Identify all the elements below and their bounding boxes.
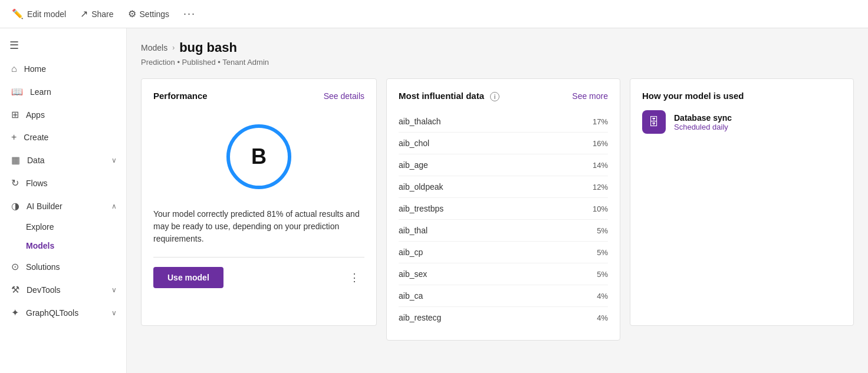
- data-pct: 12%: [593, 183, 608, 192]
- sidebar-item-label: Solutions: [26, 262, 60, 272]
- model-used-info: Database sync Scheduled daily: [674, 113, 732, 131]
- sidebar-item-label: AI Builder: [27, 202, 63, 211]
- sidebar-item-label: Data: [27, 156, 45, 165]
- list-item: aib_thal 5%: [399, 220, 608, 242]
- explore-label: Explore: [26, 222, 54, 232]
- settings-label: Settings: [140, 9, 170, 19]
- sidebar-item-apps[interactable]: ⊞ Apps: [0, 103, 126, 126]
- performance-card-footer: Use model ⋮: [153, 267, 364, 288]
- data-pct: 10%: [593, 204, 608, 213]
- use-model-button[interactable]: Use model: [153, 267, 223, 288]
- sidebar-sub-models[interactable]: Models: [0, 236, 126, 255]
- page-subtitle: Prediction • Published • Tenant Admin: [141, 58, 854, 67]
- more-options-button[interactable]: ···: [183, 8, 196, 20]
- graphql-icon: ✦: [11, 307, 19, 318]
- data-pct: 17%: [593, 117, 608, 126]
- data-name: aib_restecg: [399, 313, 441, 322]
- apps-icon: ⊞: [11, 109, 19, 120]
- list-item: aib_ca 4%: [399, 285, 608, 307]
- info-icon[interactable]: i: [490, 92, 499, 101]
- grade-value: B: [251, 144, 267, 169]
- model-used-title: How your model is used: [642, 91, 744, 101]
- sidebar-item-label: GraphQLTools: [26, 308, 78, 318]
- solutions-icon: ⊙: [11, 261, 19, 272]
- share-label: Share: [91, 9, 113, 19]
- sidebar-item-home[interactable]: ⌂ Home: [0, 58, 126, 80]
- breadcrumb-current: bug bash: [179, 40, 237, 55]
- list-item: aib_trestbps 10%: [399, 198, 608, 220]
- list-item: aib_cp 5%: [399, 242, 608, 263]
- more-options-dots-button[interactable]: ⋮: [346, 268, 364, 288]
- sidebar-item-label: Learn: [30, 87, 51, 97]
- data-pct: 5%: [597, 248, 608, 257]
- data-name: aib_ca: [399, 291, 423, 301]
- grade-circle: B: [226, 124, 291, 189]
- sidebar-item-data[interactable]: ▦ Data ∨: [0, 148, 126, 171]
- list-item: aib_age 14%: [399, 154, 608, 176]
- model-used-item-subtitle[interactable]: Scheduled daily: [674, 123, 732, 131]
- performance-card-header: Performance See details: [153, 91, 364, 101]
- sidebar-item-label: Flows: [26, 179, 48, 188]
- ai-builder-icon: ◑: [11, 200, 19, 212]
- data-pct: 16%: [593, 139, 608, 148]
- learn-icon: 📖: [11, 86, 23, 97]
- influential-card-header: Most influential data i See more: [399, 91, 608, 101]
- list-item: aib_thalach 17%: [399, 111, 608, 133]
- performance-description: Your model correctly predicted 81% of ac…: [153, 208, 364, 258]
- data-name: aib_age: [399, 160, 428, 170]
- sidebar-item-graphqltools[interactable]: ✦ GraphQLTools ∨: [0, 301, 126, 324]
- see-more-link[interactable]: See more: [572, 91, 608, 101]
- edit-label: Edit model: [27, 9, 66, 19]
- breadcrumb-parent[interactable]: Models: [141, 43, 167, 52]
- sidebar-item-ai-builder[interactable]: ◑ AI Builder ∧: [0, 194, 126, 217]
- influential-data-list: aib_thalach 17% aib_chol 16% aib_age 14%…: [399, 111, 608, 328]
- data-pct: 5%: [597, 270, 608, 279]
- devtools-icon: ⚒: [11, 284, 19, 295]
- share-button[interactable]: ↗ Share: [80, 8, 113, 19]
- see-details-link[interactable]: See details: [324, 91, 364, 101]
- sidebar-item-learn[interactable]: 📖 Learn: [0, 80, 126, 103]
- content-area: Models › bug bash Prediction • Published…: [127, 28, 868, 373]
- sidebar-item-create[interactable]: + Create: [0, 126, 126, 148]
- main-layout: ☰ ⌂ Home 📖 Learn ⊞ Apps + Create ▦ Data …: [0, 28, 868, 373]
- list-item: aib_restecg 4%: [399, 307, 608, 328]
- data-name: aib_thal: [399, 226, 428, 235]
- chevron-up-icon: ∧: [111, 202, 117, 210]
- model-used-card-header: How your model is used: [642, 91, 841, 101]
- grade-container: B: [153, 110, 364, 203]
- list-item: aib_chol 16%: [399, 133, 608, 154]
- chevron-down-icon: ∨: [111, 286, 117, 294]
- data-name: aib_trestbps: [399, 204, 443, 213]
- sidebar-item-label: Create: [24, 133, 48, 142]
- list-item: aib_oldpeak 12%: [399, 176, 608, 198]
- breadcrumb: Models › bug bash: [141, 40, 854, 55]
- performance-card: Performance See details B Your model cor…: [141, 78, 377, 326]
- database-sync-icon: 🗄: [642, 110, 666, 134]
- sidebar-item-flows[interactable]: ↻ Flows: [0, 171, 126, 194]
- influential-card: Most influential data i See more aib_tha…: [386, 78, 620, 341]
- data-icon: ▦: [11, 154, 20, 166]
- breadcrumb-separator: ›: [172, 44, 175, 52]
- data-name: aib_oldpeak: [399, 182, 443, 192]
- data-pct: 5%: [597, 226, 608, 235]
- edit-model-button[interactable]: ✏️ Edit model: [12, 8, 66, 19]
- sidebar-item-label: Apps: [26, 110, 45, 120]
- data-name: aib_cp: [399, 247, 423, 257]
- share-icon: ↗: [80, 8, 88, 19]
- influential-title: Most influential data i: [399, 91, 499, 101]
- data-pct: 4%: [597, 313, 608, 322]
- settings-icon: ⚙: [128, 8, 136, 19]
- chevron-down-icon: ∨: [111, 156, 117, 164]
- sidebar-item-label: Home: [24, 64, 46, 74]
- sidebar-sub-explore[interactable]: Explore: [0, 217, 126, 236]
- hamburger-icon[interactable]: ☰: [0, 33, 126, 58]
- edit-icon: ✏️: [12, 8, 24, 19]
- data-name: aib_chol: [399, 138, 429, 148]
- settings-button[interactable]: ⚙ Settings: [128, 8, 170, 19]
- sidebar-item-solutions[interactable]: ⊙ Solutions: [0, 255, 126, 278]
- data-name: aib_sex: [399, 269, 427, 279]
- home-icon: ⌂: [11, 64, 17, 74]
- sidebar-item-devtools[interactable]: ⚒ DevTools ∨: [0, 278, 126, 301]
- sidebar: ☰ ⌂ Home 📖 Learn ⊞ Apps + Create ▦ Data …: [0, 28, 127, 373]
- model-used-item-title: Database sync: [674, 113, 732, 123]
